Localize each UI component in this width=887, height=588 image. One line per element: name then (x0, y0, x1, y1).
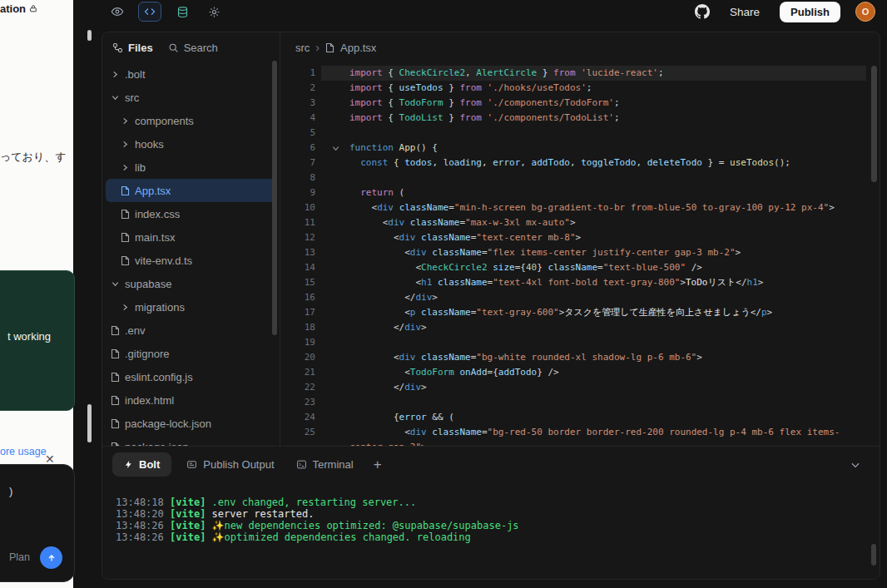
tree-item-label: index.html (125, 394, 174, 407)
tree-file-index.html[interactable]: index.html (106, 388, 276, 412)
settings-button[interactable] (203, 2, 225, 21)
tab-label: Publish Output (203, 458, 274, 471)
code-line[interactable]: <div className="flex items-center justif… (349, 245, 840, 260)
code-line[interactable] (349, 126, 840, 141)
tab-bolt[interactable]: Bolt (112, 452, 171, 477)
code-line[interactable]: </div> (349, 320, 840, 335)
chevron-down-icon[interactable] (850, 459, 861, 471)
breadcrumb-folder[interactable]: src (295, 42, 310, 54)
usage-link[interactable]: ore usage (0, 446, 47, 457)
editor-scrollbar[interactable] (871, 66, 877, 182)
tree-folder-hooks[interactable]: hooks (106, 132, 276, 156)
code-line[interactable] (349, 395, 840, 410)
code-view-button[interactable] (138, 2, 161, 22)
publish-button[interactable]: Publish (780, 2, 840, 22)
lock-icon (29, 4, 37, 13)
chevron-right-icon (110, 71, 120, 78)
send-button[interactable] (40, 546, 62, 569)
terminal-log[interactable]: 13:48:18 [vite] .env changed, restarting… (102, 478, 880, 543)
code-line[interactable]: import { CheckCircle2, AlertCircle } fro… (349, 66, 840, 81)
tree-item-label: supabase (125, 278, 171, 290)
breadcrumb-file[interactable]: App.tsx (340, 42, 376, 54)
add-terminal-button[interactable]: + (369, 457, 387, 473)
log-line: 13:48:26 [vite] ✨new dependencies optimi… (116, 520, 866, 531)
file-panel-header: Files Search (102, 32, 280, 59)
scrollbar-fragment[interactable] (87, 404, 92, 442)
code-line[interactable]: center gap-3"> (349, 440, 840, 446)
tree-file-vite-env.d.ts[interactable]: vite-env.d.ts (106, 249, 276, 272)
code-line[interactable] (349, 335, 840, 350)
tree-file-.env[interactable]: .env (106, 319, 276, 342)
chat-input-fragment[interactable]: ) Plan (0, 464, 75, 582)
chat-input-text: ) (9, 485, 12, 497)
editor-code[interactable]: import { CheckCircle2, AlertCircle } fro… (349, 66, 840, 446)
plan-label[interactable]: Plan (9, 551, 30, 563)
file-icon (120, 185, 130, 196)
code-line[interactable]: </div> (349, 380, 840, 395)
tree-item-label: .gitignore (125, 348, 169, 360)
code-line[interactable]: <CheckCircle2 size={40} className="text-… (349, 260, 840, 275)
avatar[interactable]: O (855, 2, 875, 22)
workbench-top: Files Search .boltsrccomponentshookslibA… (102, 32, 880, 447)
code-line[interactable]: <div className="bg-red-50 border border-… (349, 425, 840, 440)
tab-files[interactable]: Files (112, 42, 153, 54)
file-icon (325, 42, 334, 53)
terminal-scrollbar[interactable] (871, 544, 876, 566)
tree-file-.gitignore[interactable]: .gitignore (106, 342, 276, 365)
chat-text-fragment: っており、す (0, 150, 67, 165)
tree-folder-.bolt[interactable]: .bolt (106, 62, 276, 86)
code-line[interactable]: <h1 className="text-4xl font-bold text-g… (349, 275, 840, 290)
code-line[interactable]: <div className="text-center mb-8"> (349, 230, 840, 245)
chevron-right-icon (120, 164, 130, 171)
share-button[interactable]: Share (725, 5, 765, 19)
eye-icon (111, 5, 124, 18)
tree-file-index.css[interactable]: index.css (106, 202, 276, 225)
editor-gutter: 1234567891011121314151617181920212223242… (280, 66, 315, 446)
code-line[interactable]: <div className="min-h-screen bg-gradient… (349, 200, 840, 215)
tree-folder-components[interactable]: components (106, 109, 276, 132)
tree-file-package.json[interactable]: package.json (106, 435, 276, 446)
scrollbar-fragment[interactable] (87, 30, 92, 41)
code-line[interactable]: <div className="max-w-3xl mx-auto"> (349, 215, 840, 230)
tree-file-package-lock.json[interactable]: package-lock.json (106, 412, 276, 435)
publish-output-icon (186, 459, 197, 470)
tab-label: Terminal (313, 458, 354, 471)
code-line[interactable]: </div> (349, 290, 840, 305)
project-title-fragment: ation (0, 2, 37, 15)
code-line[interactable]: function App() { (349, 141, 840, 156)
fold-icon[interactable] (329, 141, 342, 156)
tab-search[interactable]: Search (168, 42, 218, 54)
tree-file-main.tsx[interactable]: main.tsx (106, 225, 276, 249)
tree-folder-supabase[interactable]: supabase (106, 272, 276, 295)
code-line[interactable]: import { useTodos } from './hooks/useTod… (349, 81, 840, 96)
tree-folder-migrations[interactable]: migrations (106, 295, 276, 319)
top-bar: Share Publish O (102, 0, 887, 23)
tree-folder-lib[interactable]: lib (106, 156, 276, 179)
editor-panel: src › App.tsx 12345678910111213141516171… (280, 32, 880, 446)
tree-item-label: App.tsx (135, 185, 171, 197)
tree-item-label: lib (135, 161, 146, 174)
code-line[interactable]: const { todos, loading, error, addTodo, … (349, 156, 840, 170)
breadcrumb: src › App.tsx (280, 32, 880, 59)
code-line[interactable]: {error && ( (349, 410, 840, 425)
code-line[interactable] (349, 170, 840, 185)
code-line[interactable]: return ( (349, 185, 840, 200)
tree-file-eslint.config.js[interactable]: eslint.config.js (106, 365, 276, 388)
tab-publish-output[interactable]: Publish Output (180, 452, 280, 477)
tree-file-App.tsx[interactable]: App.tsx (106, 179, 276, 202)
code-line[interactable]: <TodoForm onAdd={addTodo} /> (349, 365, 840, 380)
database-button[interactable] (171, 2, 193, 21)
file-tree-scrollbar[interactable] (272, 61, 277, 335)
tree-folder-src[interactable]: src (106, 86, 276, 109)
tab-terminal[interactable]: Terminal (290, 452, 360, 477)
code-line[interactable]: import { TodoList } from './components/T… (349, 111, 840, 126)
code-line[interactable]: import { TodoForm } from './components/T… (349, 96, 840, 111)
code-line[interactable]: <div className="bg-white rounded-xl shad… (349, 350, 840, 365)
preview-eye-button[interactable] (107, 2, 128, 21)
code-line[interactable]: <p className="text-gray-600">タスクを管理して生産性… (349, 305, 840, 320)
github-icon[interactable] (695, 4, 710, 19)
code-area[interactable]: 1234567891011121314151617181920212223242… (280, 59, 880, 446)
file-icon (110, 325, 120, 336)
database-icon (176, 6, 189, 18)
tab-label: Bolt (139, 458, 160, 471)
